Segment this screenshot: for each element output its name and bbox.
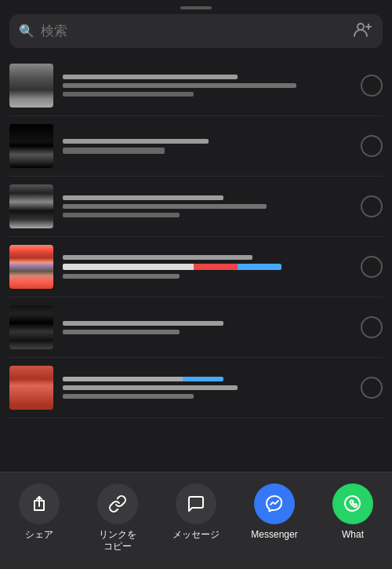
message-button[interactable]: メッセージ bbox=[169, 483, 223, 542]
copy-link-icon-circle bbox=[97, 483, 138, 524]
share-button[interactable]: シェア bbox=[12, 483, 67, 542]
whatsapp-icon-circle bbox=[332, 483, 373, 524]
svg-point-0 bbox=[358, 24, 364, 30]
messenger-button[interactable]: Messenger bbox=[247, 483, 302, 542]
item-info bbox=[63, 195, 354, 217]
message-icon-circle bbox=[176, 483, 216, 524]
copy-link-button[interactable]: リンクをコピー bbox=[90, 483, 145, 553]
thumbnail bbox=[9, 184, 53, 228]
checkbox[interactable] bbox=[361, 256, 383, 278]
thumbnail bbox=[9, 305, 53, 349]
list-item bbox=[9, 177, 383, 237]
list-container bbox=[0, 56, 392, 483]
search-bar: 🔍 bbox=[9, 14, 383, 48]
message-label: メッセージ bbox=[172, 529, 220, 542]
item-info bbox=[63, 255, 354, 279]
search-input[interactable] bbox=[41, 24, 347, 39]
checkbox[interactable] bbox=[361, 195, 383, 217]
share-label: シェア bbox=[25, 529, 53, 542]
list-item bbox=[9, 116, 383, 177]
checkbox[interactable] bbox=[361, 377, 383, 399]
share-icon-circle bbox=[19, 483, 60, 524]
thumbnail bbox=[9, 64, 53, 108]
checkbox[interactable] bbox=[361, 75, 383, 97]
thumbnail bbox=[9, 124, 53, 168]
item-info bbox=[63, 321, 354, 334]
item-info bbox=[63, 139, 354, 154]
copy-link-label: リンクをコピー bbox=[99, 529, 136, 553]
whatsapp-button[interactable]: What bbox=[325, 483, 380, 542]
share-panel: シェア リンクをコピー メッセージ Messenger bbox=[0, 472, 392, 569]
checkbox[interactable] bbox=[361, 135, 383, 157]
item-info bbox=[63, 377, 354, 399]
item-info bbox=[63, 75, 354, 97]
list-item bbox=[9, 237, 383, 297]
list-item bbox=[9, 358, 383, 418]
checkbox[interactable] bbox=[361, 316, 383, 338]
list-item bbox=[9, 56, 383, 116]
thumbnail bbox=[9, 366, 53, 410]
messenger-icon-circle bbox=[254, 483, 295, 524]
drag-handle bbox=[180, 6, 212, 9]
thumbnail bbox=[9, 245, 53, 289]
search-icon: 🔍 bbox=[19, 24, 34, 38]
whatsapp-label: What bbox=[342, 529, 364, 542]
messenger-label: Messenger bbox=[251, 529, 297, 542]
list-item bbox=[9, 297, 383, 358]
add-contact-icon[interactable] bbox=[353, 20, 373, 42]
